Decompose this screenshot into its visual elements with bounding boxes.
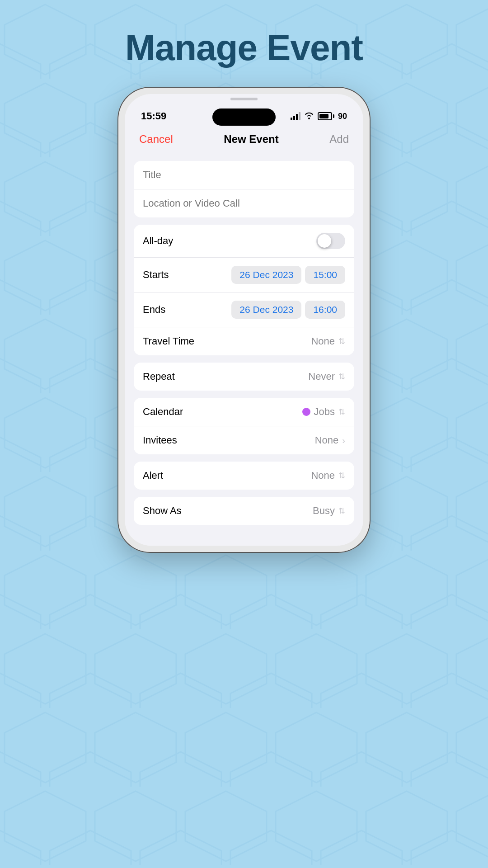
travel-time-chevron: ⇅ [338, 337, 345, 345]
status-icons: 90 [291, 111, 347, 122]
add-button[interactable]: Add [329, 133, 349, 146]
ends-row[interactable]: Ends 26 Dec 2023 16:00 [134, 292, 354, 327]
starts-label: Starts [143, 269, 231, 281]
calendar-text: Jobs [314, 406, 335, 418]
ends-label: Ends [143, 304, 231, 316]
ends-time[interactable]: 16:00 [305, 301, 345, 319]
pull-indicator [125, 94, 363, 102]
calendar-dot [302, 408, 310, 416]
calendar-value: Jobs ⇅ [302, 406, 345, 418]
repeat-label: Repeat [143, 371, 308, 382]
travel-time-label: Travel Time [143, 335, 311, 347]
cancel-button[interactable]: Cancel [139, 133, 173, 146]
phone-frame: 15:59 [117, 87, 371, 553]
calendar-row[interactable]: Calendar Jobs ⇅ [134, 398, 354, 426]
repeat-text: Never [308, 371, 335, 382]
nav-bar: Cancel New Event Add [125, 127, 363, 154]
show-as-section: Show As Busy ⇅ [134, 497, 354, 525]
ends-value: 26 Dec 2023 16:00 [231, 301, 345, 319]
scroll-content: All-day Starts 26 Dec 2023 15:00 Ends 26… [125, 161, 363, 546]
travel-time-text: None [311, 335, 335, 347]
show-as-text: Busy [313, 505, 335, 517]
location-row[interactable] [134, 189, 354, 217]
nav-title: New Event [224, 133, 278, 146]
status-time: 15:59 [141, 110, 166, 122]
travel-time-value: None ⇅ [311, 335, 345, 347]
allday-label: All-day [143, 235, 316, 247]
starts-date[interactable]: 26 Dec 2023 [231, 266, 301, 284]
wifi-icon [304, 111, 314, 122]
show-as-row[interactable]: Show As Busy ⇅ [134, 497, 354, 525]
calendar-chevron: ⇅ [338, 408, 345, 416]
page-title: Manage Event [0, 0, 488, 87]
starts-value: 26 Dec 2023 15:00 [231, 266, 345, 284]
repeat-chevron: ⇅ [338, 373, 345, 381]
invitees-label: Invitees [143, 434, 315, 446]
repeat-row[interactable]: Repeat Never ⇅ [134, 363, 354, 391]
datetime-section: All-day Starts 26 Dec 2023 15:00 Ends 26… [134, 225, 354, 355]
title-row[interactable] [134, 161, 354, 189]
show-as-chevron: ⇅ [338, 507, 345, 515]
alert-section: Alert None ⇅ [134, 462, 354, 490]
invitees-value: None › [315, 434, 345, 446]
dynamic-island [212, 108, 276, 126]
alert-label: Alert [143, 470, 311, 481]
battery-level: 90 [338, 112, 347, 121]
show-as-label: Show As [143, 505, 313, 517]
alert-row[interactable]: Alert None ⇅ [134, 462, 354, 490]
alert-chevron: ⇅ [338, 472, 345, 480]
travel-time-row[interactable]: Travel Time None ⇅ [134, 327, 354, 355]
location-input[interactable] [143, 198, 345, 209]
allday-toggle[interactable] [316, 233, 345, 249]
show-as-value: Busy ⇅ [313, 505, 345, 517]
battery-icon [318, 112, 334, 120]
alert-text: None [311, 470, 335, 481]
alert-value: None ⇅ [311, 470, 345, 481]
invitees-row[interactable]: Invitees None › [134, 426, 354, 454]
signal-icon [291, 112, 300, 120]
repeat-section: Repeat Never ⇅ [134, 363, 354, 391]
allday-row[interactable]: All-day [134, 225, 354, 257]
status-bar: 15:59 [125, 102, 363, 127]
calendar-label: Calendar [143, 406, 302, 418]
starts-row[interactable]: Starts 26 Dec 2023 15:00 [134, 257, 354, 292]
title-input[interactable] [143, 169, 345, 181]
invitees-text: None [315, 434, 339, 446]
starts-time[interactable]: 15:00 [305, 266, 345, 284]
calendar-section: Calendar Jobs ⇅ Invitees None › [134, 398, 354, 454]
ends-date[interactable]: 26 Dec 2023 [231, 301, 301, 319]
invitees-chevron: › [342, 435, 345, 446]
title-location-section [134, 161, 354, 217]
phone-screen: 15:59 [125, 94, 363, 546]
repeat-value: Never ⇅ [308, 371, 345, 382]
